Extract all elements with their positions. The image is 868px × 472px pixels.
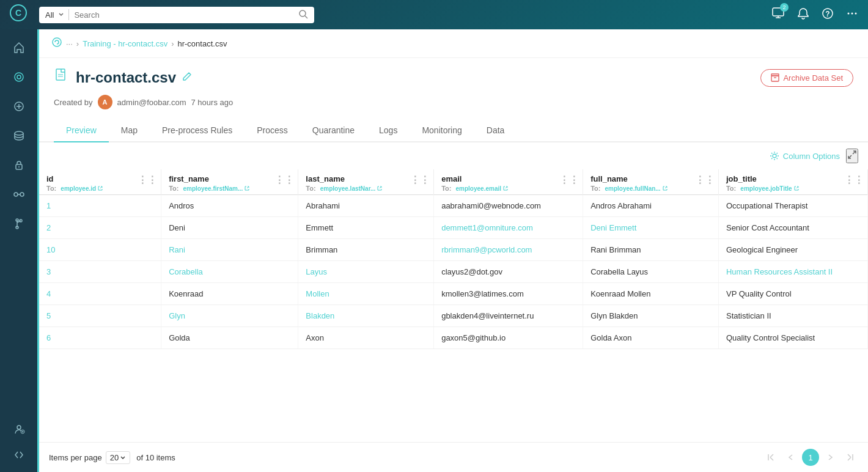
cell-email[interactable]: rbrimman9@pcworld.com [434,239,583,261]
help-icon[interactable]: ? [822,7,834,23]
col-mapping-link-first-name[interactable]: employee.firstNam... [183,185,243,192]
cell-id[interactable]: 2 [39,217,161,239]
tab-data[interactable]: Data [474,119,517,142]
col-name-first-name: first_name [169,174,263,183]
sidebar-item-branch[interactable] [0,210,37,237]
per-page-select[interactable]: 20 [106,451,130,464]
cell-job-title: Occupational Therapist [718,195,867,217]
col-drag-handle-job-title[interactable]: ⋮⋮ [840,169,867,191]
col-mapping-link-id[interactable]: employee.id [61,185,96,192]
cell-id[interactable]: 10 [39,239,161,261]
col-mapping-id: To: employee.id [46,185,127,192]
svg-line-3 [305,16,307,18]
cell-last-name: Emmett [298,217,434,239]
sidebar-item-network[interactable] [0,64,37,90]
col-mapping-link-email[interactable]: employee.email [456,185,501,192]
svg-point-28 [17,426,21,429]
more-icon[interactable] [846,7,858,23]
cell-id[interactable]: 3 [39,261,161,283]
breadcrumb-parent[interactable]: Training - hr-contact.csv [83,39,167,48]
cell-job-title[interactable]: Human Resources Assistant II [718,261,867,283]
col-drag-handle-first-name[interactable]: ⋮⋮ [271,169,298,191]
cell-job-title: Statistician II [718,305,867,327]
search-category-dropdown[interactable]: All [45,10,54,20]
sidebar-item-home[interactable] [0,34,37,61]
search-icon[interactable] [298,9,308,21]
expand-button[interactable] [846,149,858,163]
pagination-bar: Items per page 20 of 10 items [39,442,868,472]
archive-data-set-button[interactable]: Archive Data Set [760,69,853,87]
sidebar-item-user-settings[interactable] [13,416,25,443]
external-link-icon-jobtitle [793,185,800,191]
page-title: hr-contact.csv [76,69,176,86]
app-logo[interactable]: C [10,4,27,25]
column-options-button[interactable]: Column Options [770,151,840,161]
sidebar-item-database[interactable] [0,122,37,149]
cell-full-name[interactable]: Deni Emmett [583,217,719,239]
col-mapping-link-last-name[interactable]: employee.lastNar... [320,185,376,192]
cell-first-name[interactable]: Rani [161,239,298,261]
cell-email[interactable]: demmett1@omniture.com [434,217,583,239]
col-drag-handle-id[interactable]: ⋮⋮ [134,169,161,191]
next-page-button[interactable] [822,449,839,466]
col-mapping-job-title: To: employee.jobTitle [726,185,833,192]
cell-full-name: Golda Axon [583,327,719,349]
col-header-first-name: first_name To: employee.firstNam... ⋮⋮ [161,169,298,195]
cell-last-name[interactable]: Mollen [298,283,434,305]
tab-map[interactable]: Map [109,119,150,142]
col-drag-handle-full-name[interactable]: ⋮⋮ [691,169,718,191]
tab-monitoring[interactable]: Monitoring [410,119,474,142]
cell-id[interactable]: 6 [39,327,161,349]
tab-quarantine[interactable]: Quarantine [300,119,367,142]
table-row: 5GlynBlakdengblakden4@liveinternet.ruGly… [39,305,868,327]
page-header: hr-contact.csv Archive Data Set [39,58,868,92]
col-mapping-link-job-title[interactable]: employee.jobTitle [740,185,792,192]
tab-preview[interactable]: Preview [54,119,109,142]
cell-first-name[interactable]: Glyn [161,305,298,327]
table-header-row: id To: employee.id ⋮⋮ [39,169,868,195]
col-name-id: id [46,174,127,183]
cell-last-name[interactable]: Blakden [298,305,434,327]
dropdown-arrow-icon [59,12,64,17]
svg-point-20 [14,193,18,196]
monitor-icon[interactable]: 2 [771,7,785,23]
tab-process[interactable]: Process [245,119,300,142]
admin-email: admin@foobar.com [117,98,186,107]
table-row: 1AndrosAbrahamiaabrahami0@webnode.comAnd… [39,195,868,217]
last-page-button[interactable] [841,449,858,466]
sidebar-item-integrations[interactable] [0,181,37,208]
search-container: All [39,7,314,23]
search-input[interactable] [74,10,293,20]
per-page-dropdown-icon [120,454,126,460]
breadcrumb-logo-icon [51,37,62,50]
cell-id[interactable]: 1 [39,195,161,217]
table-body: 1AndrosAbrahamiaabrahami0@webnode.comAnd… [39,195,868,349]
prev-page-button[interactable] [782,449,800,466]
tab-preprocess-rules[interactable]: Pre-process Rules [150,119,245,142]
sidebar-expand-button[interactable] [13,443,25,467]
cell-full-name: Glyn Blakden [583,305,719,327]
col-mapping-email: To: employee.email [441,185,548,192]
nav-icons: 2 ? [771,7,858,23]
sidebar-item-plus-network[interactable] [0,93,37,120]
tab-logs[interactable]: Logs [367,119,410,142]
sidebar-item-lock[interactable] [0,152,37,179]
breadcrumb-dots[interactable]: ··· [66,39,73,48]
first-page-button[interactable] [763,449,780,466]
cell-first-name[interactable]: Corabella [161,261,298,283]
page-1-button[interactable]: 1 [802,449,819,466]
cell-first-name: Andros [161,195,298,217]
svg-point-17 [15,131,23,135]
col-header-full-name: full_name To: employee.fullNan... ⋮⋮ [583,169,719,195]
cell-id[interactable]: 4 [39,283,161,305]
cell-last-name[interactable]: Layus [298,261,434,283]
col-header-last-name: last_name To: employee.lastNar... ⋮⋮ [298,169,434,195]
data-table-wrapper: id To: employee.id ⋮⋮ [39,169,868,442]
col-drag-handle-email[interactable]: ⋮⋮ [556,169,583,191]
col-drag-handle-last-name[interactable]: ⋮⋮ [406,169,433,191]
cell-id[interactable]: 5 [39,305,161,327]
tabs-bar: Preview Map Pre-process Rules Process Qu… [39,119,868,142]
edit-icon[interactable] [182,72,192,84]
bell-icon[interactable] [797,7,809,23]
col-mapping-link-full-name[interactable]: employee.fullNan... [605,185,661,192]
